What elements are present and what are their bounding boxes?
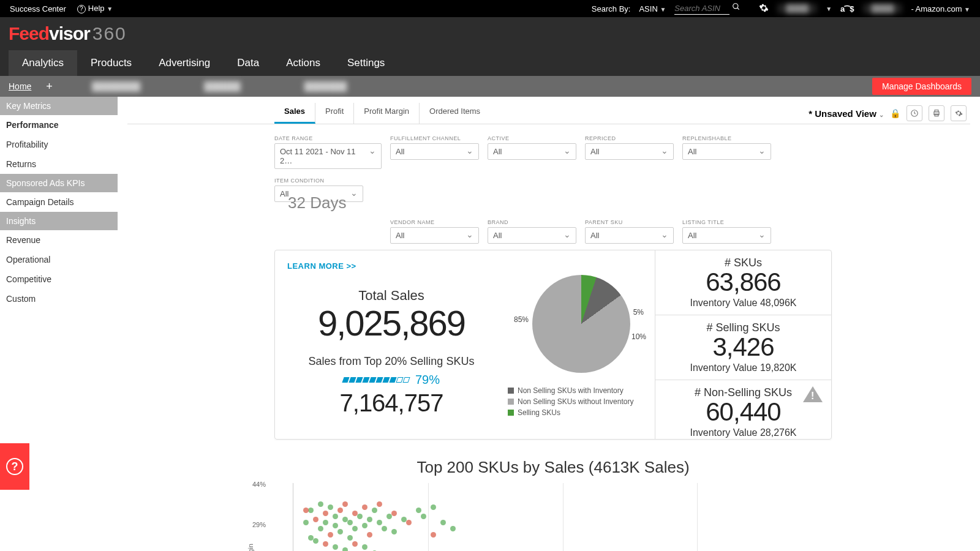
masked-tab: ██████ xyxy=(179,81,265,91)
chevron-down-icon: ▼ xyxy=(826,6,832,12)
sidebar-item-returns[interactable]: Returns xyxy=(0,154,118,174)
settings-button[interactable] xyxy=(951,105,967,121)
amazon-icon: a⁀$ xyxy=(840,4,854,13)
sidebar-section: Key Metrics xyxy=(0,97,118,115)
masked-user: ████ xyxy=(777,4,817,13)
scatter-point xyxy=(347,535,353,541)
metric-tab-ordered-items[interactable]: Ordered Items xyxy=(420,103,490,124)
filter-active[interactable]: All xyxy=(488,143,576,160)
print-button[interactable] xyxy=(929,105,944,121)
nav-tab-data[interactable]: Data xyxy=(224,50,273,76)
sidebar-item-campaign-details[interactable]: Campaign Details xyxy=(0,192,118,212)
chevron-down-icon: ▼ xyxy=(964,6,970,13)
scatter-point xyxy=(303,508,309,513)
chevron-down-icon: ▼ xyxy=(660,6,666,13)
sidebar-item-performance[interactable]: Performance xyxy=(0,115,118,135)
legend-item: Selling SKUs xyxy=(508,408,633,417)
logo[interactable]: Feed xyxy=(9,23,49,44)
chevron-down-icon: ⌄ xyxy=(879,111,884,118)
scatter-title: Top 200 SKUs by Sales (4613K Sales) xyxy=(274,458,832,477)
sidebar-item-operational[interactable]: Operational xyxy=(0,250,118,269)
search-input[interactable] xyxy=(674,2,729,15)
days-label: 32 Days xyxy=(288,193,346,212)
nav-tab-analytics[interactable]: Analytics xyxy=(9,50,77,76)
filter-repriced[interactable]: All xyxy=(585,143,674,160)
masked-tab: ███████ xyxy=(280,81,371,91)
nav-tab-products[interactable]: Products xyxy=(77,50,145,76)
scatter-point xyxy=(342,547,348,551)
success-center-link[interactable]: Success Center xyxy=(10,4,66,13)
metric-tabs: SalesProfitProfit MarginOrdered Items xyxy=(274,103,490,124)
scatter-point xyxy=(362,523,368,528)
progress-bar: 79% xyxy=(287,373,496,387)
search-by-label: Search By: xyxy=(592,4,631,13)
lock-icon: 🔒 xyxy=(890,108,900,118)
sidebar-item-revenue[interactable]: Revenue xyxy=(0,230,118,250)
total-sales-label: Total Sales xyxy=(287,288,496,304)
metric-tab-profit[interactable]: Profit xyxy=(315,103,354,124)
chevron-down-icon: ▼ xyxy=(107,6,113,12)
filter-label: FULFILLMENT CHANNEL xyxy=(390,135,479,141)
help-fab[interactable]: ? xyxy=(0,443,29,490)
search-icon[interactable] xyxy=(732,2,741,13)
warning-icon xyxy=(803,386,823,402)
legend-item: Non Selling SKUs without Inventory xyxy=(508,397,633,406)
marketplace-select[interactable]: - Amazon.com ▼ xyxy=(911,4,970,13)
scatter-point xyxy=(362,504,368,510)
stat-cell: # SKUs63,866Inventory Value 48,096K xyxy=(655,250,831,315)
metric-tab-sales[interactable]: Sales xyxy=(274,103,315,124)
pie-legend: Non Selling SKUs with InventoryNon Selli… xyxy=(508,386,633,419)
filter-date-range[interactable]: Oct 11 2021 - Nov 11 2… xyxy=(274,143,382,169)
scatter-point xyxy=(328,504,333,510)
gear-icon[interactable] xyxy=(759,3,769,15)
learn-more-link[interactable]: LEARN MORE >> xyxy=(287,261,496,271)
search-type-select[interactable]: ASIN ▼ xyxy=(639,4,666,13)
svg-point-0 xyxy=(733,4,738,9)
sub-nav: Home + ████████ ██████ ███████ Manage Da… xyxy=(0,76,980,97)
filter-parent-sku[interactable]: All xyxy=(585,227,674,244)
scatter-point xyxy=(333,523,338,528)
masked-account: ████ xyxy=(863,4,903,13)
add-tab-button[interactable]: + xyxy=(46,80,53,93)
sidebar-item-competitive[interactable]: Competitive xyxy=(0,269,118,289)
breadcrumb-home[interactable]: Home xyxy=(9,81,31,91)
filter-label: VENDOR NAME xyxy=(390,219,479,225)
top20-pct: 79% xyxy=(415,373,440,387)
sidebar-section: Insights xyxy=(0,212,118,230)
filter-vendor-name[interactable]: All xyxy=(390,227,479,244)
nav-tab-actions[interactable]: Actions xyxy=(273,50,334,76)
main-content: SalesProfitProfit MarginOrdered Items * … xyxy=(118,97,980,551)
manage-dashboards-button[interactable]: Manage Dashboards xyxy=(872,78,971,95)
brand-bar: Feedvisor360 xyxy=(0,17,980,50)
help-menu[interactable]: ?Help ▼ xyxy=(77,4,113,13)
scatter-point xyxy=(406,520,412,525)
masked-tab: ████████ xyxy=(67,81,165,91)
sidebar-item-custom[interactable]: Custom xyxy=(0,289,118,309)
legend-item: Non Selling SKUs with Inventory xyxy=(508,386,633,395)
scatter-point xyxy=(323,520,328,525)
view-name[interactable]: * Unsaved View ⌄ xyxy=(809,108,884,119)
scatter-point xyxy=(337,508,343,513)
metric-tab-profit-margin[interactable]: Profit Margin xyxy=(354,103,420,124)
scatter-point xyxy=(323,511,328,516)
filter-replenishable[interactable]: All xyxy=(682,143,771,160)
scatter-point xyxy=(367,532,372,538)
scatter-point xyxy=(342,501,348,507)
filter-listing-title[interactable]: All xyxy=(682,227,771,244)
sidebar-section: Sponsored Ads KPIs xyxy=(0,174,118,192)
filter-label: REPRICED xyxy=(585,135,674,141)
filter-fulfillment-channel[interactable]: All xyxy=(390,143,479,160)
scatter-point xyxy=(328,532,333,538)
scatter-point xyxy=(450,526,456,531)
nav-tab-settings[interactable]: Settings xyxy=(334,50,398,76)
scatter-point xyxy=(391,511,397,516)
scatter-point xyxy=(347,520,353,525)
filter-brand[interactable]: All xyxy=(488,227,576,244)
nav-tab-advertising[interactable]: Advertising xyxy=(145,50,224,76)
refresh-button[interactable] xyxy=(907,105,922,121)
top-bar: Success Center ?Help ▼ Search By: ASIN ▼… xyxy=(0,0,980,17)
scatter-point xyxy=(377,501,382,507)
scatter-point xyxy=(323,541,328,547)
sidebar-item-profitability[interactable]: Profitability xyxy=(0,135,118,154)
filter-label: PARENT SKU xyxy=(585,219,674,225)
